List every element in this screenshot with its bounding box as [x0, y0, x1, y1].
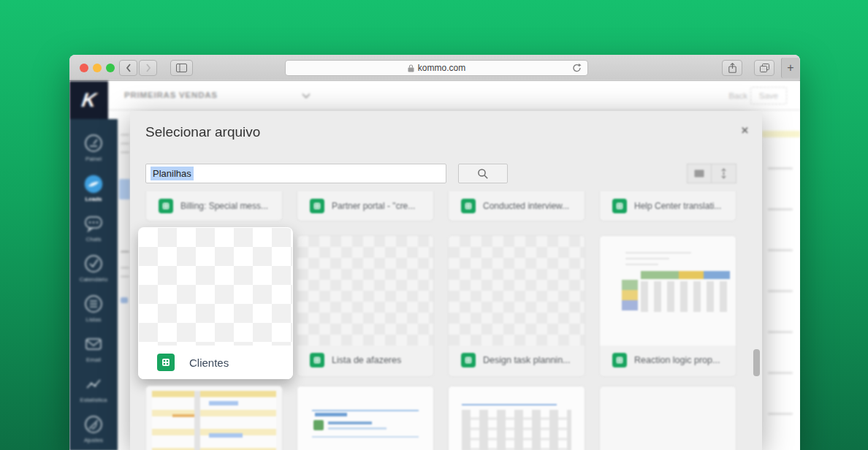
sidebar-label: Chats	[86, 236, 102, 243]
save-button[interactable]: Save	[750, 87, 787, 104]
modal-scrollbar-thumb[interactable]	[753, 349, 760, 376]
selected-row-fragment	[119, 179, 130, 199]
file-thumbnail	[449, 386, 585, 450]
file-row-item[interactable]: Conducted interview...	[448, 191, 585, 221]
file-thumbnail	[297, 236, 433, 346]
chevron-left-icon	[126, 64, 132, 72]
sidebar-item-email[interactable]: Email	[69, 333, 118, 363]
sidebar-item-leads[interactable]: Leads	[69, 172, 118, 202]
zoom-window-button[interactable]	[106, 64, 115, 72]
sidebar-label: Painel	[85, 156, 102, 162]
grid-view-icon	[694, 169, 704, 178]
file-card[interactable]	[297, 386, 434, 450]
file-card[interactable]: Design task plannin...	[448, 235, 585, 377]
file-card[interactable]: Reaction logic prop...	[599, 235, 736, 377]
dashboard-icon	[83, 132, 104, 154]
search-input[interactable]: Planilhas	[145, 164, 446, 183]
link-fragment	[121, 297, 128, 303]
view-toggle-group	[687, 164, 736, 183]
file-thumbnail-transparent	[139, 228, 292, 346]
plus-icon: +	[787, 61, 793, 75]
file-title: Reaction logic prop...	[634, 355, 720, 365]
sidebar-label: Leads	[85, 196, 102, 202]
search-button[interactable]	[458, 164, 508, 183]
forward-button[interactable]	[139, 60, 157, 76]
sort-button[interactable]	[712, 164, 736, 183]
file-card[interactable]	[599, 386, 736, 450]
file-title: Clientes	[189, 356, 229, 369]
sheets-icon	[612, 353, 627, 367]
address-bar[interactable]: kommo.com	[285, 60, 588, 76]
address-url: kommo.com	[418, 63, 465, 73]
app-header: PRIMEIRAS VENDAS Back Save	[108, 81, 800, 110]
sidebar-icon	[176, 64, 187, 72]
share-button[interactable]	[722, 60, 742, 76]
file-thumbnail	[297, 386, 433, 450]
grid-view-button[interactable]	[687, 164, 712, 183]
file-card[interactable]: Lista de afazeres	[297, 235, 434, 377]
file-thumbnail	[152, 391, 276, 450]
sidebar-toggle-button[interactable]	[170, 60, 193, 76]
sheets-icon	[157, 354, 175, 371]
sidebar-item-chats[interactable]: Chats	[69, 213, 118, 243]
pipeline-title[interactable]: PRIMEIRAS VENDAS	[124, 91, 218, 99]
sheets-icon	[461, 199, 476, 213]
file-row-item[interactable]: Help Center translati...	[599, 191, 736, 221]
sidebar-label: Estatística	[80, 397, 107, 403]
back-link[interactable]: Back	[728, 91, 747, 100]
modal-title: Selecionar arquivo	[145, 124, 260, 140]
share-icon	[728, 63, 736, 73]
sidebar-item-listas[interactable]: Listas	[69, 293, 118, 323]
select-file-modal: Selecionar arquivo ✕ Planilhas	[130, 111, 762, 450]
kommo-logo-icon: K	[80, 89, 98, 112]
tab-overview-button[interactable]	[754, 60, 774, 76]
sidebar-label: Email	[86, 356, 101, 363]
refresh-icon[interactable]	[572, 63, 582, 73]
search-icon	[477, 168, 489, 180]
file-thumbnail	[449, 236, 585, 346]
file-title: Billing: Special mess...	[180, 201, 268, 211]
app-sidebar: Painel Leads Chats	[69, 119, 118, 450]
sidebar-item-calendario[interactable]: Calendário	[69, 253, 118, 283]
file-title: Conducted interview...	[483, 201, 569, 211]
file-card[interactable]	[145, 386, 283, 450]
close-icon[interactable]: ✕	[741, 125, 749, 136]
close-window-button[interactable]	[80, 64, 88, 72]
chat-icon	[83, 213, 104, 234]
search-input-value: Planilhas	[151, 167, 194, 180]
list-icon	[83, 293, 104, 315]
file-thumbnail	[600, 236, 736, 346]
chevron-down-icon[interactable]	[302, 93, 311, 99]
check-circle-icon	[83, 253, 104, 275]
stats-icon	[83, 373, 104, 395]
file-title: Lista de afazeres	[332, 355, 401, 365]
web-page: K PRIMEIRAS VENDAS Back Save Painel	[69, 81, 800, 450]
highlight-row-fragment	[762, 131, 800, 137]
new-tab-button[interactable]: +	[781, 58, 799, 78]
sort-arrows-icon	[720, 168, 727, 179]
file-row-item[interactable]: Billing: Special mess...	[145, 191, 283, 221]
file-title: Design task plannin...	[483, 355, 571, 365]
sidebar-item-painel[interactable]: Painel	[69, 132, 118, 162]
page-content-right	[762, 110, 800, 450]
settings-icon	[83, 413, 104, 435]
selected-file-card[interactable]: Clientes	[138, 227, 293, 379]
tabs-icon	[760, 64, 769, 72]
kommo-logo[interactable]: K	[69, 81, 108, 119]
envelope-icon	[83, 333, 104, 355]
file-card[interactable]	[448, 386, 585, 450]
file-title: Help Center translati...	[634, 201, 721, 211]
chevron-right-icon	[145, 64, 151, 72]
minimize-window-button[interactable]	[93, 64, 102, 72]
sheets-icon	[310, 199, 324, 213]
back-button[interactable]	[119, 60, 137, 76]
file-title: Partner portal - "cre...	[332, 201, 415, 211]
sheets-icon	[159, 199, 173, 213]
sheets-icon	[612, 199, 627, 213]
sidebar-item-estatistica[interactable]: Estatística	[69, 373, 118, 403]
lock-icon	[408, 64, 414, 72]
sidebar-item-ajustes[interactable]: Ajustes	[69, 413, 118, 443]
sheets-icon	[310, 353, 324, 367]
sidebar-label: Ajustes	[84, 437, 103, 443]
file-row-item[interactable]: Partner portal - "cre...	[297, 191, 434, 221]
